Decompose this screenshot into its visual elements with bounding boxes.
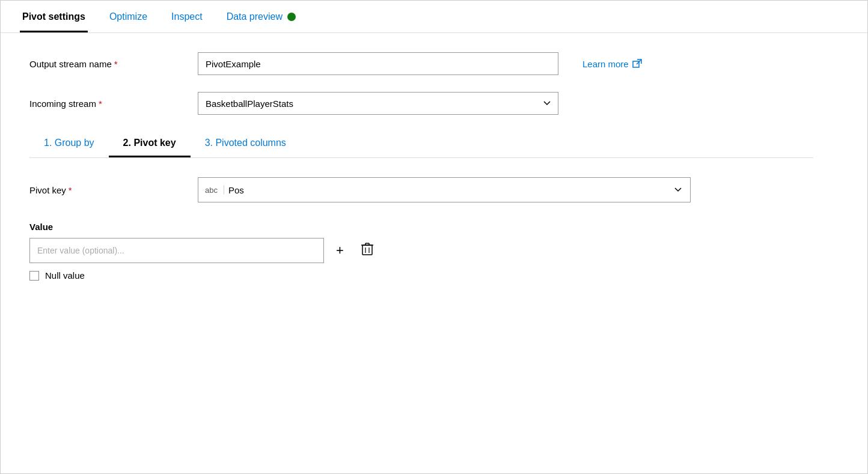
subtab-pivot-key[interactable]: 2. Pivot key bbox=[109, 132, 191, 157]
pivot-key-row: Pivot key * abc Pos bbox=[29, 177, 813, 202]
tab-pivot-settings[interactable]: Pivot settings bbox=[20, 1, 88, 32]
data-preview-status-dot bbox=[287, 13, 296, 21]
delete-value-button[interactable] bbox=[356, 240, 379, 261]
incoming-stream-row: Incoming stream * BasketballPlayerStats bbox=[29, 92, 813, 115]
null-value-row: Null value bbox=[29, 270, 813, 281]
add-value-button[interactable]: + bbox=[331, 242, 349, 260]
null-value-label: Null value bbox=[45, 270, 85, 281]
output-stream-label: Output stream name * bbox=[29, 59, 198, 69]
trash-icon bbox=[361, 242, 374, 257]
incoming-stream-label: Incoming stream * bbox=[29, 99, 198, 109]
value-input-row: + bbox=[29, 238, 813, 263]
value-label: Value bbox=[29, 222, 813, 232]
pivot-settings-panel: Pivot settings Optimize Inspect Data pre… bbox=[0, 0, 868, 474]
tab-optimize[interactable]: Optimize bbox=[107, 1, 150, 32]
output-stream-row: Output stream name * Learn more bbox=[29, 52, 813, 75]
external-link-icon bbox=[632, 59, 642, 68]
null-value-checkbox[interactable] bbox=[29, 271, 39, 281]
main-content: Output stream name * Learn more Incoming… bbox=[1, 33, 842, 300]
value-section: Value + bbox=[29, 222, 813, 281]
tab-bar: Pivot settings Optimize Inspect Data pre… bbox=[1, 1, 867, 33]
subtab-pivoted-columns[interactable]: 3. Pivoted columns bbox=[191, 132, 301, 157]
subtab-bar: 1. Group by 2. Pivot key 3. Pivoted colu… bbox=[29, 132, 813, 158]
pivot-key-select[interactable]: Pos bbox=[198, 177, 691, 202]
output-stream-input[interactable] bbox=[198, 52, 558, 75]
pivot-key-select-wrapper: abc Pos bbox=[198, 177, 691, 202]
tab-data-preview[interactable]: Data preview bbox=[224, 1, 298, 32]
incoming-stream-select[interactable]: BasketballPlayerStats bbox=[198, 92, 558, 115]
pivot-key-label: Pivot key * bbox=[29, 185, 198, 195]
learn-more-link[interactable]: Learn more bbox=[582, 59, 642, 69]
tab-inspect[interactable]: Inspect bbox=[169, 1, 205, 32]
svg-rect-2 bbox=[362, 245, 372, 255]
value-input[interactable] bbox=[29, 238, 324, 263]
subtab-group-by[interactable]: 1. Group by bbox=[29, 132, 109, 157]
